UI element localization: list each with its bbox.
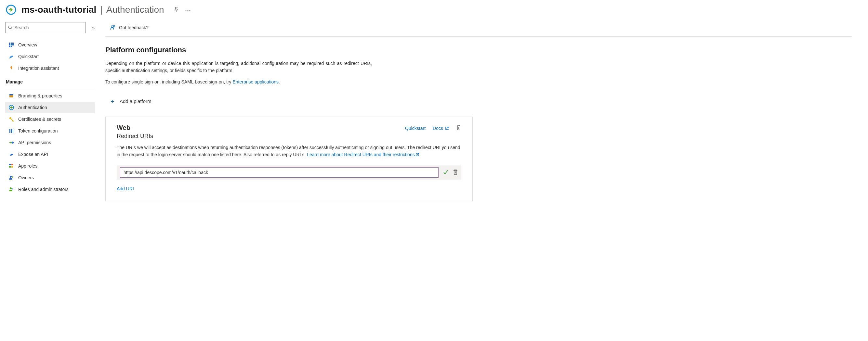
section-title: Platform configurations	[105, 46, 852, 54]
svg-rect-14	[9, 94, 13, 95]
sidebar-item-label: Branding & properties	[18, 93, 62, 98]
sidebar-item-label: Authentication	[18, 105, 47, 110]
app-icon	[5, 4, 17, 15]
main-content: Got feedback? Platform configurations De…	[97, 22, 852, 208]
svg-point-28	[111, 26, 113, 28]
svg-point-4	[8, 26, 11, 29]
collapse-sidebar-icon[interactable]: «	[92, 25, 95, 31]
api-permissions-icon	[8, 140, 14, 145]
sidebar-item-label: Expose an API	[18, 152, 48, 157]
auth-icon	[8, 105, 14, 110]
branding-icon	[8, 93, 14, 99]
enterprise-applications-link[interactable]: Enterprise applications	[232, 79, 279, 84]
svg-rect-21	[9, 164, 11, 165]
svg-rect-9	[11, 44, 12, 45]
external-link-icon	[415, 152, 420, 157]
svg-rect-19	[13, 129, 13, 133]
plus-icon: ＋	[109, 97, 116, 106]
app-roles-icon	[8, 163, 14, 169]
sidebar-section-manage: Manage	[5, 74, 95, 88]
add-uri-button[interactable]: Add URI	[117, 186, 134, 191]
add-platform-button[interactable]: ＋ Add a platform	[105, 95, 153, 107]
platform-card-web: Web Redirect URIs Quickstart Docs	[105, 116, 473, 201]
search-icon	[8, 25, 12, 30]
external-link-icon	[445, 126, 449, 130]
sidebar-item-label: Overview	[18, 42, 37, 47]
sidebar-item-integration-assistant[interactable]: Integration assistant	[5, 62, 95, 74]
svg-point-27	[10, 187, 12, 189]
sidebar-item-label: API permissions	[18, 140, 51, 145]
delete-uri-icon[interactable]	[453, 169, 458, 176]
key-icon	[8, 116, 14, 122]
header-separator: |	[97, 5, 105, 15]
search-input-wrapper[interactable]	[5, 22, 86, 33]
owners-icon	[8, 175, 14, 180]
sidebar-item-label: Certificates & secrets	[18, 116, 61, 122]
card-docs-link[interactable]: Docs	[433, 126, 449, 131]
section-description-2: To configure single sign-on, including S…	[105, 78, 372, 86]
sidebar-item-token-config[interactable]: Token configuration	[5, 125, 95, 137]
redirect-uri-learn-more-text: Learn more about Redirect URIs and their…	[307, 152, 414, 157]
card-docs-label: Docs	[433, 126, 443, 131]
sidebar-item-label: Quickstart	[18, 54, 39, 59]
sidebar-item-authentication[interactable]: Authentication	[5, 102, 95, 113]
svg-rect-8	[9, 44, 10, 45]
redirect-uri-learn-more-link[interactable]: Learn more about Redirect URIs and their…	[307, 152, 419, 157]
svg-point-20	[12, 142, 14, 143]
svg-rect-12	[11, 46, 12, 47]
sidebar-item-certificates[interactable]: Certificates & secrets	[5, 113, 95, 125]
svg-rect-18	[11, 129, 12, 133]
svg-point-1	[185, 10, 186, 11]
token-icon	[8, 128, 14, 134]
svg-rect-5	[9, 42, 10, 44]
svg-rect-11	[9, 46, 10, 47]
sidebar-item-roles-admins[interactable]: Roles and administrators	[5, 183, 95, 195]
page-title: Authentication	[106, 5, 164, 15]
feedback-label: Got feedback?	[119, 25, 149, 30]
desc2-prefix: To configure single sign-on, including S…	[105, 79, 232, 84]
search-input[interactable]	[12, 25, 83, 30]
sidebar-item-expose-api[interactable]: Expose an API	[5, 148, 95, 160]
redirect-uri-row	[117, 165, 461, 180]
pin-icon[interactable]	[173, 6, 179, 13]
sidebar-item-label: Owners	[18, 175, 34, 180]
add-platform-label: Add a platform	[120, 98, 152, 104]
svg-point-2	[187, 10, 188, 11]
more-icon[interactable]	[185, 7, 191, 12]
quickstart-icon	[8, 54, 14, 60]
sidebar-item-app-roles[interactable]: App roles	[5, 160, 95, 172]
validate-check-icon	[443, 170, 448, 176]
svg-point-25	[10, 176, 12, 178]
desc2-suffix: .	[279, 79, 280, 84]
sidebar-item-overview[interactable]: Overview	[5, 39, 95, 51]
rocket-icon	[8, 65, 14, 71]
delete-platform-icon[interactable]	[456, 125, 461, 132]
card-title: Web	[117, 124, 405, 132]
overview-icon	[8, 42, 14, 48]
svg-rect-17	[9, 129, 10, 133]
sidebar-item-label: Integration assistant	[18, 66, 59, 71]
sidebar: « Overview Quickstart Integration assist…	[0, 22, 97, 208]
card-quickstart-link[interactable]: Quickstart	[405, 126, 426, 131]
svg-rect-22	[11, 164, 13, 165]
section-description-1: Depending on the platform or device this…	[105, 60, 372, 74]
feedback-button[interactable]: Got feedback?	[108, 23, 151, 32]
feedback-icon	[110, 25, 116, 31]
card-description: The URIs we will accept as destinations …	[117, 144, 461, 158]
svg-rect-24	[11, 166, 13, 168]
sidebar-item-label: Roles and administrators	[18, 187, 69, 192]
svg-rect-23	[9, 166, 11, 168]
sidebar-item-branding[interactable]: Branding & properties	[5, 90, 95, 102]
sidebar-item-owners[interactable]: Owners	[5, 172, 95, 183]
sidebar-item-label: App roles	[18, 163, 37, 169]
sidebar-divider	[5, 89, 95, 89]
card-subtitle: Redirect URIs	[117, 133, 405, 140]
svg-rect-7	[12, 42, 14, 44]
svg-point-26	[12, 176, 13, 178]
svg-point-3	[189, 10, 190, 11]
sidebar-item-api-permissions[interactable]: API permissions	[5, 137, 95, 148]
redirect-uri-input[interactable]	[120, 167, 439, 178]
sidebar-item-quickstart[interactable]: Quickstart	[5, 51, 95, 62]
app-name: ms-oauth-tutorial	[22, 5, 96, 15]
expose-api-icon	[8, 151, 14, 157]
